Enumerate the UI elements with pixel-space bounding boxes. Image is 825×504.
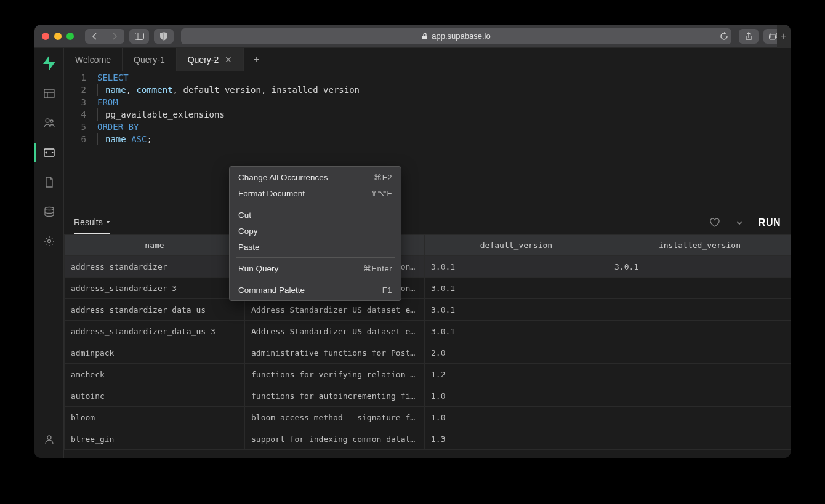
table-cell: address_standardizer-3 <box>65 278 245 299</box>
menu-item-label: Run Query <box>238 264 278 273</box>
table-cell <box>608 428 791 450</box>
line-gutter: 123456 <box>64 71 97 210</box>
table-row[interactable]: address_standardizer_data_us-3Address St… <box>65 321 791 342</box>
code-line[interactable]: SELECT <box>97 71 791 84</box>
table-row[interactable]: address_standardizer-3Used to parse an a… <box>65 278 791 299</box>
line-number: 1 <box>64 71 86 84</box>
table-cell: support for indexing common datatypes in… <box>245 428 425 450</box>
url-bar[interactable]: app.supabase.io <box>181 28 731 44</box>
context-menu: Change All Occurrences⌘F2Format Document… <box>229 166 401 301</box>
minimize-window-button[interactable] <box>54 33 62 40</box>
browser-titlebar: app.supabase.io <box>34 25 791 48</box>
menu-item[interactable]: Paste <box>230 239 401 255</box>
sidebar-toggle-button[interactable] <box>129 29 149 44</box>
menu-item-label: Copy <box>238 226 258 236</box>
code-line[interactable]: FROM <box>97 96 791 108</box>
run-button[interactable]: RUN <box>759 217 781 228</box>
table-cell: functions for autoincrementing fields <box>245 385 425 407</box>
url-text: app.supabase.io <box>432 31 490 41</box>
tab-query-2[interactable]: Query-2 ✕ <box>177 48 244 71</box>
table-cell: bloom <box>65 407 245 428</box>
table-row[interactable]: amcheckfunctions for verifying relation … <box>65 364 791 385</box>
menu-item[interactable]: Change All Occurrences⌘F2 <box>230 169 401 185</box>
chevron-down-icon[interactable] <box>735 218 744 227</box>
table-cell <box>608 278 791 299</box>
sidebar-item-account[interactable] <box>34 426 64 453</box>
table-row[interactable]: address_standardizer_data_usAddress Stan… <box>65 299 791 321</box>
browser-window: app.supabase.io <box>34 25 791 458</box>
table-cell <box>608 299 791 321</box>
menu-item-shortcut: F1 <box>382 286 392 295</box>
tab-welcome[interactable]: Welcome <box>64 48 123 71</box>
sidebar-item-auth[interactable] <box>34 110 64 137</box>
table-cell: 1.0 <box>425 407 608 428</box>
table-cell: autoinc <box>65 385 245 407</box>
tab-query-1[interactable]: Query-1 <box>123 48 177 71</box>
code-line[interactable]: ORDER BY <box>97 121 791 133</box>
svg-point-11 <box>45 207 54 210</box>
code-line[interactable]: name ASC; <box>97 133 791 145</box>
code-line[interactable]: name, comment, default_version, installe… <box>97 84 791 96</box>
column-header[interactable]: installed_version <box>608 235 791 256</box>
browser-new-tab-button[interactable]: + <box>777 25 791 48</box>
table-row[interactable]: btree_ginsupport for indexing common dat… <box>65 428 791 450</box>
sidebar-item-database[interactable] <box>34 198 64 225</box>
menu-item[interactable]: Run Query⌘Enter <box>230 260 401 276</box>
sql-editor[interactable]: 123456 SELECTname, comment, default_vers… <box>64 71 791 210</box>
results-tab[interactable]: Results ▾ <box>74 217 110 234</box>
menu-separator <box>236 257 395 258</box>
share-button[interactable] <box>739 29 759 44</box>
table-cell: bloom access method - signature file bas… <box>245 407 425 428</box>
svg-point-13 <box>47 436 51 439</box>
column-header[interactable]: default_version <box>425 235 608 256</box>
table-header-row: namecommentdefault_versioninstalled_vers… <box>65 235 791 256</box>
table-row[interactable]: bloombloom access method - signature fil… <box>65 407 791 428</box>
table-cell: 1.2 <box>425 364 608 385</box>
sidebar-item-storage[interactable] <box>34 169 64 196</box>
maximize-window-button[interactable] <box>66 33 74 40</box>
table-cell: 1.3 <box>425 428 608 450</box>
table-cell: address_standardizer_data_us <box>65 299 245 321</box>
back-button[interactable] <box>85 29 105 44</box>
table-row[interactable]: autoincfunctions for autoincrementing fi… <box>65 385 791 407</box>
sidebar-item-settings[interactable] <box>34 228 64 255</box>
menu-item[interactable]: Cut <box>230 207 401 223</box>
svg-rect-3 <box>770 34 776 39</box>
svg-rect-4 <box>771 33 777 38</box>
table-cell: address_standardizer_data_us-3 <box>65 321 245 342</box>
sidebar-item-sql[interactable] <box>34 139 64 166</box>
menu-item[interactable]: Copy <box>230 223 401 239</box>
nav-back-forward <box>85 29 124 44</box>
close-icon[interactable]: ✕ <box>225 55 232 65</box>
column-header[interactable]: name <box>65 235 245 256</box>
table-cell: 1.0 <box>425 385 608 407</box>
table-cell: address_standardizer <box>65 256 245 278</box>
app-sidebar <box>34 48 64 458</box>
table-row[interactable]: address_standardizerUsed to parse an add… <box>65 256 791 278</box>
reload-button[interactable] <box>714 29 734 44</box>
forward-button[interactable] <box>105 29 124 44</box>
code-line[interactable]: pg_available_extensions <box>97 108 791 121</box>
menu-item-shortcut: ⌘F2 <box>374 173 392 182</box>
svg-rect-2 <box>422 36 427 39</box>
table-cell: Address Standardizer US dataset example <box>245 299 425 321</box>
close-window-button[interactable] <box>42 33 49 40</box>
menu-item-label: Change All Occurrences <box>238 173 328 182</box>
favorite-icon[interactable] <box>709 218 720 228</box>
add-tab-button[interactable]: + <box>244 48 268 71</box>
code-area[interactable]: SELECTname, comment, default_version, in… <box>97 71 791 210</box>
results-toolbar: Results ▾ RUN <box>64 210 791 234</box>
line-number: 6 <box>64 133 86 145</box>
menu-item-label: Paste <box>238 242 260 252</box>
shield-button[interactable] <box>154 29 174 44</box>
main-panel: Welcome Query-1 Query-2 ✕ + 123456 SELEC… <box>64 48 791 458</box>
sidebar-item-table[interactable] <box>34 80 64 107</box>
table-row[interactable]: adminpackadministrative functions for Po… <box>65 342 791 364</box>
menu-item[interactable]: Command PaletteF1 <box>230 282 401 298</box>
table-cell: 2.0 <box>425 342 608 364</box>
line-number: 4 <box>64 108 86 121</box>
supabase-logo[interactable] <box>41 54 58 71</box>
results-table-wrap[interactable]: namecommentdefault_versioninstalled_vers… <box>64 234 791 458</box>
menu-item[interactable]: Format Document⇧⌥F <box>230 185 401 201</box>
table-cell <box>608 364 791 385</box>
